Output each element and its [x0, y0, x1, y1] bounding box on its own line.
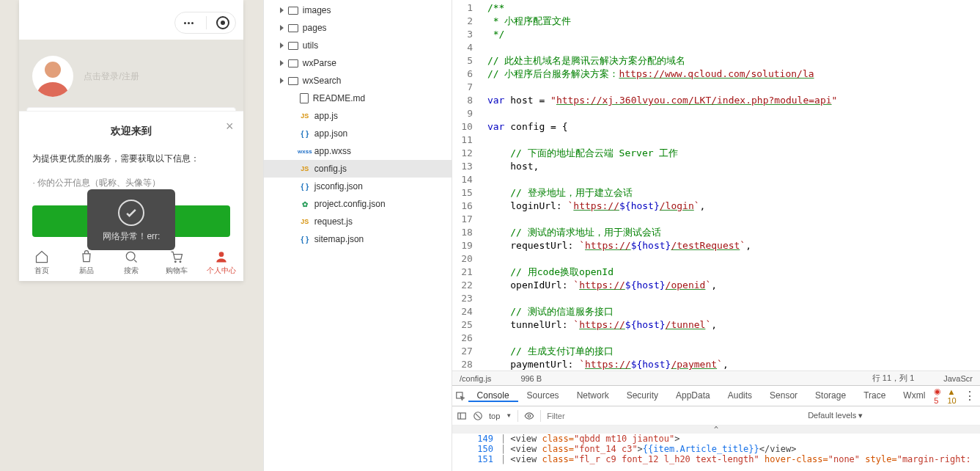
file-item-jsconfig.json[interactable]: { }jsconfig.json [264, 178, 452, 195]
devtools-tab-wxml[interactable]: Wxml [894, 390, 934, 401]
collapse-caret[interactable]: ^ [452, 426, 980, 434]
devtools-tab-audits[interactable]: Audits [719, 390, 761, 401]
file-item-app.js[interactable]: JSapp.js [264, 107, 452, 125]
user-header: 点击登录/注册 [19, 40, 243, 113]
cart-icon [169, 249, 185, 264]
status-size: 996 B [520, 374, 542, 383]
devtools-tab-network[interactable]: Network [568, 390, 618, 401]
status-path: /config.js [460, 374, 491, 383]
svg-point-7 [528, 415, 531, 417]
phone-frame: 点击登录/注册 我的订单 查看全部订单 待付款 待发货 待收货 待评价 退货 ×… [19, 0, 243, 281]
file-item-app.wxss[interactable]: wxssapp.wxss [264, 142, 452, 160]
devtools: ConsoleSourcesNetworkSecurityAppDataAudi… [452, 385, 980, 471]
caret-right-icon [280, 7, 284, 13]
file-item-wxParse[interactable]: wxParse [264, 54, 452, 72]
file-item-request.js[interactable]: JSrequest.js [264, 213, 452, 230]
error-indicator[interactable]: ◉ 5 [934, 387, 943, 405]
clear-console-icon[interactable] [473, 411, 483, 421]
svg-rect-4 [457, 392, 463, 398]
devtools-tab-storage[interactable]: Storage [806, 390, 855, 401]
scope-select[interactable]: top [489, 412, 500, 420]
console-toolbar: top▼ Default levels ▾ [452, 406, 980, 426]
json-icon: { } [300, 181, 310, 191]
console-line: 151|<view class="fl_r c9 font_12 l_h20 t… [452, 454, 980, 464]
warning-indicator[interactable]: ▲ 10 [947, 387, 959, 405]
file-item-config.js[interactable]: JSconfig.js [264, 160, 452, 178]
svg-point-0 [127, 252, 136, 260]
svg-point-2 [180, 260, 181, 262]
console-body[interactable]: ^ 149|<view class="qbdd mt10 jiantou">15… [452, 426, 980, 471]
login-prompt[interactable]: 点击登录/注册 [84, 70, 139, 83]
folder-icon [288, 7, 298, 15]
devtools-tab-sensor[interactable]: Sensor [761, 390, 806, 401]
caret-right-icon [280, 43, 284, 48]
modal-title: 欢迎来到 [32, 125, 230, 138]
capsule-button[interactable] [174, 12, 236, 34]
svg-point-1 [174, 260, 176, 262]
folder-icon [288, 24, 298, 32]
caret-right-icon [280, 25, 284, 31]
tab-profile[interactable]: 个人中心 [199, 244, 243, 281]
home-icon [34, 249, 50, 264]
close-icon[interactable]: × [226, 119, 234, 134]
caret-right-icon [280, 78, 284, 84]
close-target-icon [216, 16, 229, 29]
toast: 网络异常！err: [87, 189, 175, 250]
status-bar [19, 0, 243, 6]
file-item-utils[interactable]: utils [264, 37, 452, 54]
svg-point-3 [218, 252, 224, 257]
file-item-project.config.json[interactable]: ✿project.config.json [264, 195, 452, 213]
eye-icon[interactable] [524, 411, 534, 421]
js-icon: JS [300, 164, 310, 174]
console-line: 150|<view class="font_14 c3">{{item.Arti… [452, 444, 980, 454]
check-icon [118, 200, 144, 226]
svg-rect-5 [458, 412, 466, 418]
status-lang: JavaScr [943, 374, 973, 383]
user-icon [213, 249, 229, 264]
code-area[interactable]: /** * 小程序配置文件 */ // 此处主机域名是腾讯云解决方案分配的域名/… [487, 0, 837, 370]
folder-icon [288, 59, 298, 67]
file-item-wxSearch[interactable]: wxSearch [264, 72, 452, 90]
json-icon: { } [300, 234, 310, 244]
sidebar-toggle-icon[interactable] [457, 411, 467, 421]
caret-right-icon [280, 60, 284, 66]
wxss-icon: wxss [300, 146, 310, 156]
bag-icon [78, 249, 95, 264]
js-icon: JS [300, 111, 310, 121]
file-explorer[interactable]: imagespagesutilswxParsewxSearchREADME.md… [263, 0, 452, 471]
file-item-images[interactable]: images [264, 1, 452, 19]
devtools-tabs: ConsoleSourcesNetworkSecurityAppDataAudi… [452, 386, 980, 406]
json-icon: { } [300, 128, 310, 139]
devtools-tab-trace[interactable]: Trace [855, 390, 894, 401]
levels-select[interactable]: Default levels ▾ [808, 411, 863, 420]
folder-icon [288, 77, 298, 85]
mini-program-topbar [19, 6, 243, 40]
gear-icon: ✿ [300, 199, 310, 209]
file-item-sitemap.json[interactable]: { }sitemap.json [264, 230, 452, 248]
devtools-tab-security[interactable]: Security [618, 390, 667, 401]
avatar[interactable] [32, 56, 73, 97]
devtools-tab-console[interactable]: Console [468, 390, 518, 402]
code-editor[interactable]: 1234567891011121314151617181920212223242… [452, 0, 980, 370]
more-icon[interactable]: ⋮ [964, 392, 976, 401]
filter-input[interactable] [547, 409, 679, 423]
status-cursor-pos: 行 11，列 1 [872, 373, 914, 384]
console-line: 149|<view class="qbdd mt10 jiantou"> [452, 434, 980, 444]
devtools-tab-sources[interactable]: Sources [518, 390, 568, 401]
file-icon [300, 93, 309, 103]
inspect-icon[interactable] [452, 391, 468, 401]
folder-icon [288, 42, 298, 50]
simulator-panel: 点击登录/注册 我的订单 查看全部订单 待付款 待发货 待收货 待评价 退货 ×… [0, 0, 263, 471]
tab-home[interactable]: 首页 [19, 244, 64, 281]
devtools-tab-appdata[interactable]: AppData [667, 390, 719, 401]
file-item-README.md[interactable]: README.md [264, 90, 452, 107]
editor-status-bar: /config.js 996 B 行 11，列 1 JavaScr [452, 370, 980, 385]
gutter: 1234567891011121314151617181920212223242… [452, 0, 487, 370]
js-icon: JS [300, 216, 310, 227]
modal-text-2: · 你的公开信息（昵称、头像等） [32, 177, 230, 189]
file-item-pages[interactable]: pages [264, 19, 452, 37]
file-item-app.json[interactable]: { }app.json [264, 125, 452, 142]
more-icon [181, 22, 196, 24]
search-icon [123, 249, 139, 264]
right-pane: 1234567891011121314151617181920212223242… [452, 0, 980, 471]
